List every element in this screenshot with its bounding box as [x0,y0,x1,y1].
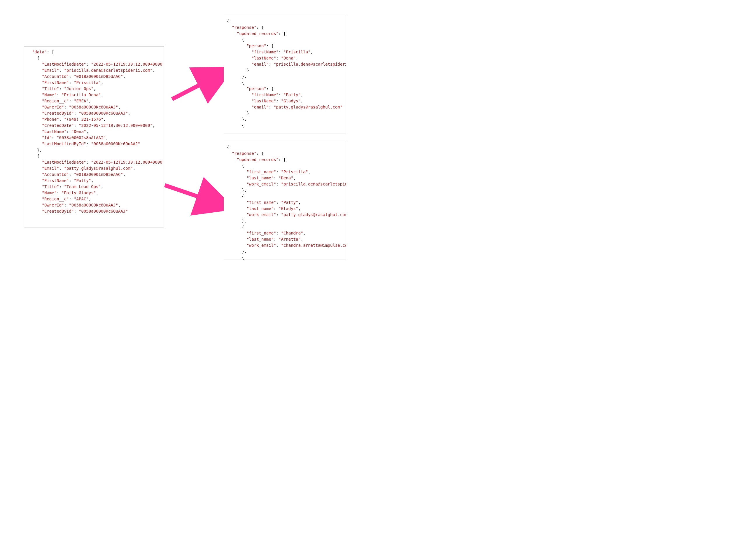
source-json-output: "data": [ { "LastModifiedDate": "2022-05… [27,49,161,214]
arrow-top [172,74,220,99]
arrow-bottom [165,185,220,204]
response-json-output-1: { "response": { "updated_records": [ { "… [227,18,343,129]
response-box-2: { "response": { "updated_records": [ { "… [224,142,346,260]
response-json-output-2: { "response": { "updated_records": [ { "… [227,144,343,260]
diagram-container: "data": [ { "LastModifiedDate": "2022-05… [0,0,378,270]
response-box-1: { "response": { "updated_records": [ { "… [224,16,346,134]
source-data-box: "data": [ { "LastModifiedDate": "2022-05… [24,46,164,227]
